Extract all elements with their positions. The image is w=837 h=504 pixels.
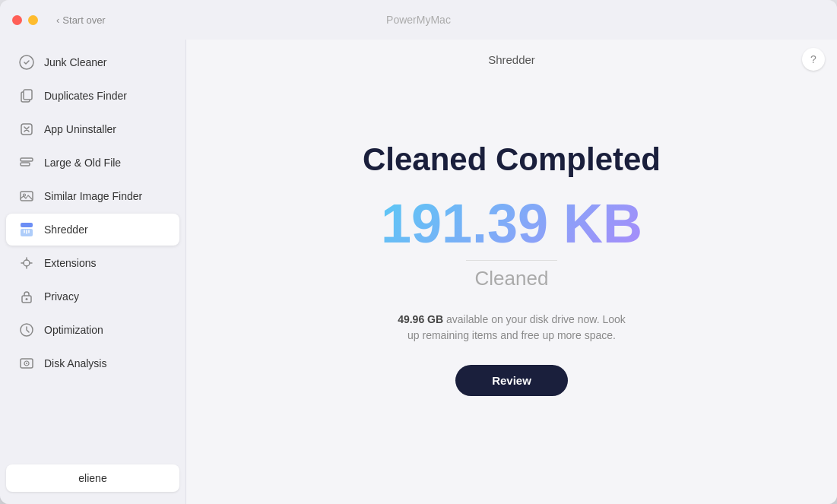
user-button[interactable]: eliene [6,464,179,492]
sidebar-item-app-uninstaller[interactable]: App Uninstaller [6,113,179,145]
svg-rect-2 [24,90,32,100]
large-old-file-icon [18,154,35,171]
sidebar-item-label: App Uninstaller [44,123,116,135]
sidebar-item-label: Extensions [44,257,96,269]
sidebar-item-large-old-file[interactable]: Large & Old File [6,147,179,179]
cleaned-amount: 191.39 KB [381,196,642,251]
svg-rect-5 [21,163,30,166]
duplicates-finder-icon [18,87,35,104]
svg-rect-4 [21,158,33,161]
sidebar-item-label: Junk Cleaner [44,56,107,68]
app-uninstaller-icon [18,121,35,138]
chevron-left-icon: ‹ [56,14,59,26]
similar-image-finder-icon [18,188,35,204]
shredder-icon [18,221,35,238]
sidebar: Junk Cleaner Duplicates Finder [0,40,186,504]
start-over-button[interactable]: ‹ Start over [56,14,106,26]
sidebar-item-shredder[interactable]: Shredder [6,214,179,246]
main-header: Shredder ? [186,40,837,79]
cleaned-section: Cleaned Completed 191.39 KB Cleaned 49.9… [363,79,661,504]
svg-rect-6 [21,192,33,201]
sidebar-bottom: eliene [0,458,185,498]
sidebar-item-privacy[interactable]: Privacy [6,281,179,312]
disk-info: 49.96 GB available on your disk drive no… [398,312,626,344]
svg-rect-8 [21,223,33,227]
minimize-button[interactable] [28,15,38,25]
sidebar-item-junk-cleaner[interactable]: Junk Cleaner [6,46,179,78]
sidebar-item-extensions[interactable]: Extensions [6,247,179,279]
traffic-lights [12,15,38,25]
optimization-icon [18,322,35,338]
sidebar-item-label: Optimization [44,324,103,336]
cleaned-label: Cleaned [475,267,549,290]
app-window: PowerMyMac ‹ Start over Junk Cleaner [0,0,837,504]
disk-space-amount: 49.96 GB [398,313,443,325]
sidebar-item-label: Privacy [44,290,79,303]
junk-cleaner-icon [18,54,35,71]
extensions-icon [18,255,35,271]
review-button[interactable]: Review [455,365,568,396]
title-bar: PowerMyMac ‹ Start over [0,0,837,40]
divider [466,260,557,261]
sidebar-item-duplicates-finder[interactable]: Duplicates Finder [6,80,179,112]
app-name: PowerMyMac [386,14,451,26]
main-title: Shredder [488,53,535,66]
svg-point-16 [26,363,27,364]
sidebar-item-label: Duplicates Finder [44,90,127,102]
close-button[interactable] [12,15,22,25]
disk-analysis-icon [18,355,35,372]
sidebar-item-disk-analysis[interactable]: Disk Analysis [6,347,179,379]
cleaned-completed-title: Cleaned Completed [363,141,661,178]
content-area: Junk Cleaner Duplicates Finder [0,40,837,504]
sidebar-item-optimization[interactable]: Optimization [6,314,179,346]
main-content: Shredder ? Cleaned Completed 191.39 KB C… [186,40,837,504]
sidebar-item-label: Large & Old File [44,157,121,169]
sidebar-item-label: Similar Image Finder [44,190,142,202]
svg-point-10 [24,260,30,266]
sidebar-item-label: Disk Analysis [44,357,106,369]
sidebar-item-similar-image-finder[interactable]: Similar Image Finder [6,180,179,212]
sidebar-item-label: Shredder [44,223,88,236]
privacy-icon [18,288,35,305]
help-button[interactable]: ? [802,48,825,71]
svg-point-12 [26,298,28,300]
